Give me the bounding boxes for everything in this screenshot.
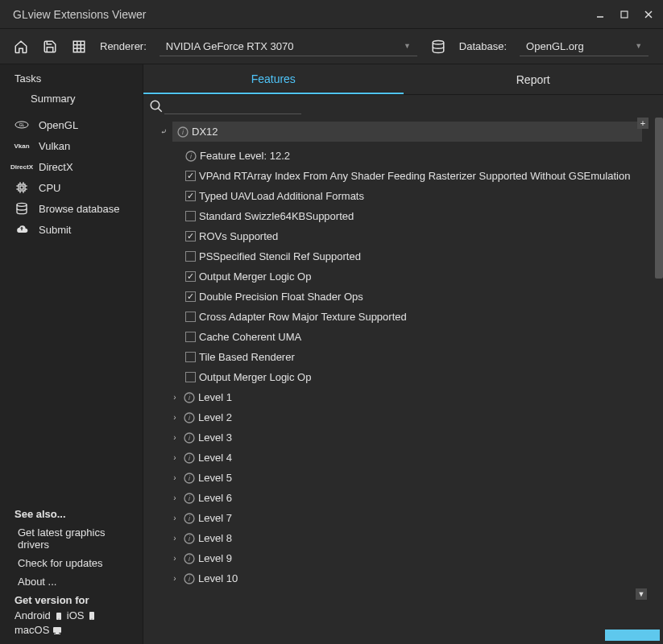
platform-android[interactable]: Android bbox=[15, 609, 51, 621]
checkbox[interactable] bbox=[185, 191, 196, 201]
chevron-right-icon[interactable]: › bbox=[169, 573, 180, 584]
maximize-button[interactable] bbox=[616, 6, 632, 23]
chevron-right-icon[interactable]: › bbox=[169, 533, 180, 544]
level-item[interactable]: ›iLevel 9 bbox=[143, 548, 648, 568]
sidebar-item-submit[interactable]: Submit bbox=[0, 219, 143, 240]
level-item[interactable]: ›iLevel 1 bbox=[143, 387, 648, 407]
macos-icon bbox=[52, 625, 63, 636]
checkbox[interactable] bbox=[185, 171, 196, 181]
feature-item[interactable]: Double Precision Float Shader Ops bbox=[143, 287, 648, 307]
tree-area[interactable]: + ⤶ i DX12 i Feature Level: 12.2 VPAnd R… bbox=[143, 118, 663, 628]
checkbox[interactable] bbox=[185, 291, 196, 302]
level-item[interactable]: ›iLevel 7 bbox=[143, 508, 648, 528]
api-section: GL OpenGL Vkan Vulkan DirectX DirectX bbox=[0, 111, 143, 243]
feature-item-label: Cache Coherent UMA bbox=[199, 331, 301, 343]
level-item[interactable]: ›iLevel 5 bbox=[143, 468, 648, 488]
chevron-right-icon[interactable]: › bbox=[169, 473, 180, 484]
info-icon: i bbox=[184, 432, 195, 444]
platform-macos[interactable]: macOS bbox=[15, 624, 49, 636]
chevron-right-icon[interactable]: › bbox=[169, 452, 180, 464]
tabs: Features Report bbox=[143, 64, 663, 95]
see-also-drivers[interactable]: Get latest graphics drivers bbox=[15, 523, 128, 554]
minimize-button[interactable] bbox=[592, 6, 608, 23]
info-icon: i bbox=[184, 493, 195, 504]
search-icon[interactable] bbox=[148, 98, 164, 114]
checkbox[interactable] bbox=[185, 271, 196, 282]
feature-item-label: ROVs Supported bbox=[199, 230, 278, 242]
platform-ios[interactable]: iOS bbox=[67, 609, 85, 621]
level-item[interactable]: ›iLevel 4 bbox=[143, 448, 648, 468]
feature-item[interactable]: Output Merger Logic Op bbox=[143, 367, 648, 387]
tree-dx12-row[interactable]: ⤶ i DX12 bbox=[143, 118, 648, 146]
sidebar-item-directx[interactable]: DirectX DirectX bbox=[0, 156, 143, 177]
checkbox[interactable] bbox=[185, 312, 196, 322]
database-icon[interactable] bbox=[430, 39, 446, 55]
feature-item[interactable]: PSSpecified Stencil Ref Supported bbox=[143, 246, 648, 266]
feature-item[interactable]: Typed UAVLoad Additional Formats bbox=[143, 186, 648, 206]
search-input[interactable] bbox=[164, 98, 301, 114]
feature-item[interactable]: Cross Adapter Row Major Texture Supporte… bbox=[143, 307, 648, 327]
level-item[interactable]: ›iLevel 3 bbox=[143, 427, 648, 448]
svg-text:i: i bbox=[190, 152, 193, 160]
svg-rect-12 bbox=[19, 184, 25, 191]
opengl-icon: GL bbox=[15, 118, 29, 132]
feature-item[interactable]: Cache Coherent UMA bbox=[143, 327, 648, 347]
chevron-right-icon[interactable]: › bbox=[169, 553, 180, 564]
database-dropdown[interactable]: OpenGL.org ▼ bbox=[520, 37, 648, 56]
see-also-updates[interactable]: Check for updates bbox=[15, 554, 128, 572]
info-icon: i bbox=[184, 412, 195, 423]
scrollbar[interactable] bbox=[655, 118, 663, 279]
feature-item[interactable]: Tile Based Renderer bbox=[143, 347, 648, 367]
level-item-label: Level 9 bbox=[198, 552, 232, 564]
svg-text:i: i bbox=[189, 434, 191, 442]
feature-item[interactable]: VPAnd RTArray Index From Any Shader Feed… bbox=[143, 166, 648, 186]
database-label: Database: bbox=[459, 40, 507, 52]
svg-text:i: i bbox=[189, 575, 191, 583]
toolbar: Renderer: NVIDIA GeForce RTX 3070 ▼ Data… bbox=[0, 29, 663, 64]
svg-point-22 bbox=[17, 203, 27, 206]
sidebar-item-opengl[interactable]: GL OpenGL bbox=[0, 114, 143, 135]
feature-item-label: PSSpecified Stencil Ref Supported bbox=[199, 250, 361, 262]
svg-text:i: i bbox=[182, 128, 184, 136]
collapse-icon[interactable]: ⤶ bbox=[158, 126, 169, 138]
tab-report[interactable]: Report bbox=[404, 64, 664, 94]
add-button[interactable]: + bbox=[637, 118, 648, 129]
checkbox[interactable] bbox=[185, 372, 196, 382]
feature-item[interactable]: Standard Swizzle64KBSupported bbox=[143, 206, 648, 226]
tab-features[interactable]: Features bbox=[143, 64, 404, 94]
level-item[interactable]: ›iLevel 2 bbox=[143, 407, 648, 427]
chevron-right-icon[interactable]: › bbox=[169, 493, 180, 504]
sidebar-item-label: CPU bbox=[39, 182, 60, 194]
chevron-right-icon[interactable]: › bbox=[169, 513, 180, 524]
level-item[interactable]: ›iLevel 8 bbox=[143, 528, 648, 548]
feature-item[interactable]: ROVs Supported bbox=[143, 226, 648, 246]
checkbox[interactable] bbox=[185, 352, 196, 362]
sidebar-item-vulkan[interactable]: Vkan Vulkan bbox=[0, 135, 143, 156]
level-item[interactable]: ›iLevel 6 bbox=[143, 488, 648, 508]
cpu-icon bbox=[15, 180, 29, 195]
save-icon[interactable] bbox=[42, 39, 58, 55]
footer-bar bbox=[143, 628, 663, 644]
checkbox[interactable] bbox=[185, 231, 196, 242]
scroll-down-icon[interactable]: ▼ bbox=[636, 588, 647, 600]
home-icon[interactable] bbox=[13, 39, 29, 55]
chevron-right-icon[interactable]: › bbox=[169, 412, 180, 423]
checkbox[interactable] bbox=[185, 332, 196, 342]
renderer-dropdown[interactable]: NVIDIA GeForce RTX 3070 ▼ bbox=[160, 37, 417, 56]
grid-icon[interactable] bbox=[71, 39, 87, 55]
chevron-down-icon: ▼ bbox=[404, 42, 411, 50]
search-row bbox=[143, 95, 663, 118]
checkbox[interactable] bbox=[185, 211, 196, 221]
sidebar-item-browse-database[interactable]: Browse database bbox=[0, 198, 143, 219]
sidebar-item-cpu[interactable]: CPU bbox=[0, 177, 143, 198]
tree-feature-level[interactable]: i Feature Level: 12.2 bbox=[143, 146, 648, 166]
level-item[interactable]: ›iLevel 10 bbox=[143, 568, 648, 588]
close-button[interactable] bbox=[640, 6, 657, 23]
checkbox[interactable] bbox=[185, 251, 196, 262]
sidebar-item-summary[interactable]: Summary bbox=[0, 89, 143, 108]
chevron-right-icon[interactable]: › bbox=[169, 432, 180, 444]
see-also-about[interactable]: About ... bbox=[15, 572, 128, 591]
chevron-right-icon[interactable]: › bbox=[169, 392, 180, 403]
svg-text:i: i bbox=[189, 494, 191, 502]
feature-item[interactable]: Output Merger Logic Op bbox=[143, 266, 648, 287]
